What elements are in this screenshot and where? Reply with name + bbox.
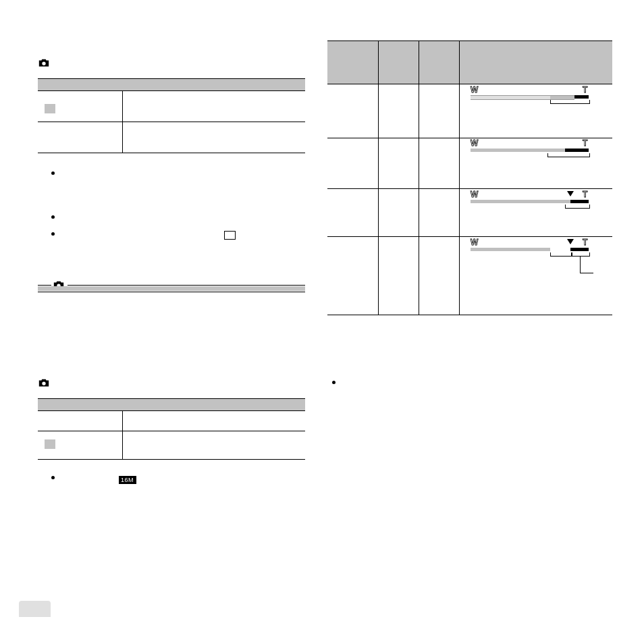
rect-icon xyxy=(224,231,236,240)
zoom-track-grey xyxy=(471,149,565,152)
rule xyxy=(38,431,305,431)
rule xyxy=(38,90,305,91)
rule xyxy=(38,122,305,122)
table-a-header xyxy=(38,78,305,90)
tick-line xyxy=(580,256,581,273)
section-b-band xyxy=(38,286,305,291)
rule xyxy=(327,138,612,138)
zoom-bracket-left xyxy=(550,252,572,257)
zoom-table-header xyxy=(327,41,612,84)
bullet xyxy=(51,232,55,236)
rule xyxy=(327,236,612,237)
rule xyxy=(38,285,51,286)
bullet xyxy=(51,476,55,479)
bullet xyxy=(332,381,336,384)
col-divider xyxy=(378,41,379,315)
rule xyxy=(327,188,612,189)
svg-point-2 xyxy=(42,381,45,385)
zoom-track-grey xyxy=(471,248,550,251)
zoom-track-black xyxy=(565,149,589,152)
w-label: W xyxy=(471,190,479,199)
t-label: T xyxy=(583,238,588,247)
svg-point-0 xyxy=(42,61,45,65)
triangle-down-icon xyxy=(567,191,574,196)
tick-line xyxy=(580,273,593,273)
camera-icon xyxy=(38,378,50,387)
zoom-bracket xyxy=(550,100,590,104)
rule xyxy=(38,292,305,292)
col-divider xyxy=(459,41,460,315)
page: 16M W T W T W T W T xyxy=(0,0,644,644)
col-divider xyxy=(122,410,123,459)
zoom-bracket xyxy=(565,205,590,209)
triangle-down-icon xyxy=(567,239,574,244)
bullet xyxy=(51,171,55,175)
zoom-track-pale xyxy=(471,95,550,100)
rule xyxy=(38,459,305,460)
zoom-track-black xyxy=(570,200,589,203)
camera-icon xyxy=(38,58,50,68)
t-label: T xyxy=(583,138,588,148)
w-label: W xyxy=(471,238,479,247)
sixteen-m-icon: 16M xyxy=(119,473,136,485)
table-c-header xyxy=(38,398,305,410)
rule xyxy=(68,285,305,286)
w-label: W xyxy=(471,138,479,148)
bullet xyxy=(51,215,55,219)
zoom-track-grey xyxy=(471,200,570,203)
zoom-bracket xyxy=(547,153,590,157)
rule xyxy=(38,410,305,411)
w-label: W xyxy=(471,85,479,95)
zoom-track-black xyxy=(570,248,589,251)
rule xyxy=(327,315,612,315)
rule xyxy=(38,153,305,153)
rule xyxy=(327,41,612,41)
col-divider xyxy=(419,41,419,315)
t-label: T xyxy=(583,85,588,95)
zoom-track-grey xyxy=(550,95,574,100)
zoom-track-black xyxy=(574,95,589,99)
rule xyxy=(38,78,305,79)
rule xyxy=(327,84,612,84)
page-tab xyxy=(19,601,51,617)
zoom-bracket-right xyxy=(572,252,590,257)
rule xyxy=(38,398,305,399)
col-divider xyxy=(122,90,123,153)
cell-marker xyxy=(45,104,55,113)
t-label: T xyxy=(583,190,588,199)
cell-marker xyxy=(45,439,55,449)
